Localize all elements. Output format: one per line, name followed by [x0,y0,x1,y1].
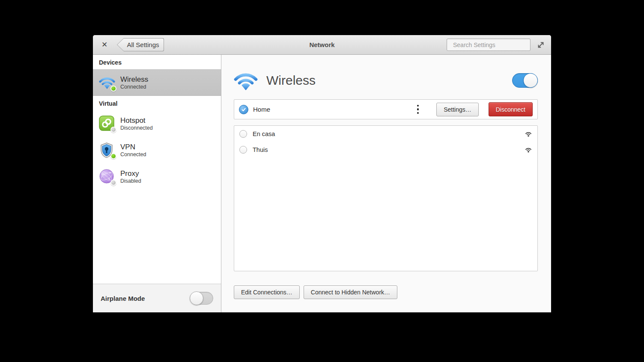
sidebar-item-wireless[interactable]: Wireless Connected [93,69,221,96]
status-dot-connected [110,86,116,92]
connect-hidden-network-button[interactable]: Connect to Hidden Network… [304,285,397,299]
expand-icon[interactable] [537,41,545,49]
wifi-signal-icon [525,146,532,153]
device-status: Connected [120,84,148,90]
footer-buttons: Edit Connections… Connect to Hidden Netw… [234,285,538,299]
device-status: Connected [120,151,146,157]
status-dot-connected [110,153,116,159]
airplane-mode-label: Airplane Mode [101,295,145,302]
airplane-mode-toggle[interactable] [190,292,213,305]
wireless-header: Wireless [234,69,538,91]
wireless-pane: Wireless Home Settings… Disconnect [221,55,551,312]
sidebar-section-devices: Devices [93,55,221,69]
devices-sidebar: Devices Wireless Connected Virtual [93,55,221,312]
device-status: Disconnected [120,125,153,131]
active-network-name: Home [253,106,270,113]
network-name: En casa [253,131,275,137]
radio-icon[interactable] [239,130,247,138]
network-row-en-casa[interactable]: En casa [234,126,537,142]
wifi-signal-icon [525,131,532,137]
network-name: Thuis [253,146,268,153]
edit-connections-button[interactable]: Edit Connections… [234,285,300,299]
network-row-thuis[interactable]: Thuis [234,142,537,157]
status-dot-disconnected [110,127,116,133]
search-input[interactable] [453,42,531,48]
search-field[interactable] [447,39,531,51]
more-options-icon[interactable] [415,103,421,116]
device-name: VPN [120,143,146,151]
device-name: Wireless [120,75,148,84]
sidebar-item-proxy[interactable]: Proxy Disabled [93,163,221,190]
radio-icon[interactable] [239,146,247,154]
toggle-knob [523,73,538,88]
device-status: Disabled [120,178,141,184]
airplane-mode-bar: Airplane Mode [93,284,221,312]
wireless-toggle[interactable] [512,73,538,88]
sidebar-item-hotspot[interactable]: Hotspot Disconnected [93,110,221,137]
sidebar-item-vpn[interactable]: VPN Connected [93,137,221,163]
device-name: Proxy [120,169,141,178]
all-settings-button[interactable]: All Settings [117,38,164,51]
device-name: Hotspot [120,116,153,125]
network-list: En casa Thuis [234,125,538,271]
toggle-knob [190,291,203,305]
connected-check-icon [239,105,248,114]
status-dot-disabled [110,180,116,186]
disconnect-button[interactable]: Disconnect [489,102,533,116]
wifi-icon [234,69,258,91]
settings-button[interactable]: Settings… [436,103,479,116]
close-icon[interactable]: ✕ [99,39,110,50]
network-settings-window: ✕ All Settings Network Devices [93,35,551,312]
wireless-title: Wireless [266,73,316,88]
back-button-label: All Settings [117,39,164,51]
active-connection-row[interactable]: Home Settings… Disconnect [234,99,538,119]
sidebar-section-virtual: Virtual [93,96,221,110]
titlebar: ✕ All Settings Network [93,35,551,55]
